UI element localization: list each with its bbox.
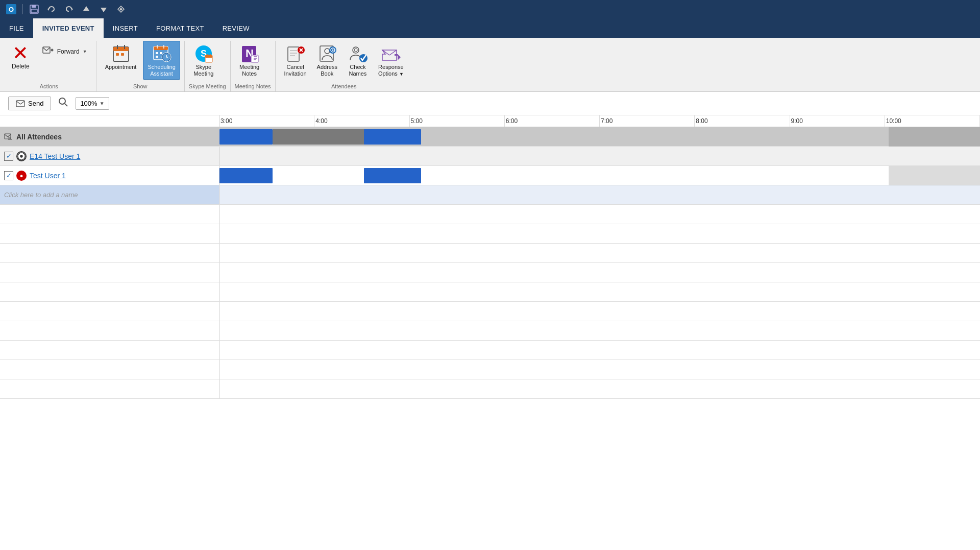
forward-button[interactable]: Forward ▼ — [37, 43, 92, 60]
empty-row-2 — [0, 224, 980, 244]
zoom-selector[interactable]: 100% ▼ — [76, 97, 109, 110]
check-names-icon — [348, 43, 368, 64]
empty-row-9 — [0, 360, 980, 379]
appointment-button[interactable]: Appointment — [101, 41, 141, 73]
forward-dropdown-icon[interactable]: ▼ — [83, 49, 87, 54]
test-busy-1 — [219, 168, 273, 183]
empty-timeline-7 — [219, 321, 980, 340]
test-checkbox[interactable]: ✓ — [4, 171, 13, 180]
move-up-qa-button[interactable] — [79, 2, 93, 16]
attendee-e14-cell: ✓ E14 Test User 1 — [0, 147, 219, 165]
tab-review[interactable]: REVIEW — [213, 18, 259, 38]
empty-row-4 — [0, 263, 980, 282]
svg-rect-19 — [121, 53, 124, 56]
move-down-qa-button[interactable] — [96, 2, 111, 16]
time-header-400: 4:00 — [314, 115, 409, 127]
empty-cell-4 — [0, 263, 219, 282]
appointment-icon — [111, 43, 131, 64]
empty-cell-1 — [0, 205, 219, 224]
all-attendees-icon — [4, 132, 13, 141]
svg-rect-11 — [43, 47, 50, 53]
empty-timeline-1 — [219, 205, 980, 224]
scheduling-assistant-button[interactable]: SchedulingAssistant — [143, 41, 180, 80]
check-names-button[interactable]: Check Names — [343, 41, 373, 80]
quick-access-toolbar: O — [0, 0, 980, 18]
send-button[interactable]: Send — [8, 97, 51, 110]
svg-line-64 — [65, 104, 67, 106]
time-header-300: 3:00 — [219, 115, 314, 127]
svg-marker-10 — [119, 8, 122, 11]
address-book-icon — [317, 43, 337, 64]
empty-timeline-8 — [219, 341, 980, 360]
e14-timeline — [219, 147, 980, 165]
redo-qa-button[interactable] — [62, 2, 76, 16]
e14-checkbox[interactable]: ✓ — [4, 152, 13, 161]
empty-timeline-2 — [219, 224, 980, 243]
all-attendees-label: All Attendees — [16, 133, 62, 141]
svg-marker-7 — [83, 6, 89, 11]
empty-timeline-3 — [219, 244, 980, 262]
undo-qa-button[interactable] — [44, 2, 59, 16]
cancel-invitation-button[interactable]: Cancel Invitation — [280, 41, 311, 80]
tab-format-text[interactable]: FORMAT TEXT — [147, 18, 213, 38]
address-book-button[interactable]: Address Book — [312, 41, 342, 80]
save-qa-button[interactable] — [27, 2, 41, 16]
add-name-cell[interactable]: Click here to add a name — [0, 185, 219, 204]
delete-button[interactable]: ✕ Delete — [6, 41, 35, 73]
skype-meeting-button[interactable]: S Skype Meeting — [189, 41, 218, 80]
busy-block-all-1 — [219, 129, 273, 145]
svg-marker-12 — [51, 49, 54, 50]
time-header-800: 8:00 — [695, 115, 790, 127]
test-gray-right — [889, 166, 980, 185]
all-attendees-gray-right — [889, 127, 980, 147]
e14-status-icon — [16, 151, 27, 161]
svg-rect-34 — [205, 55, 212, 58]
e14-name[interactable]: E14 Test User 1 — [30, 152, 80, 160]
svg-point-57 — [354, 49, 357, 52]
svg-rect-43 — [288, 47, 299, 61]
svg-rect-39 — [251, 55, 258, 62]
test-busy-2 — [364, 168, 421, 183]
add-name-timeline — [219, 185, 980, 204]
svg-marker-8 — [101, 8, 107, 12]
svg-rect-18 — [116, 53, 119, 56]
svg-marker-61 — [395, 54, 401, 60]
meeting-notes-icon: N — [239, 43, 260, 64]
tab-file[interactable]: FILE — [0, 18, 33, 38]
attendee-e14-row: ✓ E14 Test User 1 — [0, 147, 980, 166]
tab-insert[interactable]: INSERT — [104, 18, 147, 38]
svg-point-63 — [59, 98, 65, 104]
empty-row-6 — [0, 302, 980, 321]
empty-timeline-6 — [219, 302, 980, 321]
skype-icon: S — [193, 43, 214, 64]
send-icon — [16, 100, 25, 107]
svg-rect-21 — [154, 46, 168, 50]
time-header-1000: 10:00 — [885, 115, 980, 127]
response-options-button[interactable]: ResponseOptions ▼ — [374, 41, 408, 80]
zoom-dropdown-icon: ▼ — [100, 101, 105, 106]
empty-cell-5 — [0, 282, 219, 301]
search-icon — [58, 97, 68, 107]
ribbon-content: ✕ Delete Forward ▼ — [0, 38, 980, 92]
test-status-icon: ● — [16, 171, 27, 181]
all-attendees-row: All Attendees — [0, 127, 980, 147]
search-button[interactable] — [56, 95, 70, 112]
more-qa-button[interactable] — [114, 2, 128, 16]
time-header-500: 5:00 — [410, 115, 505, 127]
empty-row-3 — [0, 244, 980, 263]
test-name[interactable]: Test User 1 — [30, 172, 66, 180]
empty-row-5 — [0, 282, 980, 302]
svg-rect-3 — [32, 5, 36, 8]
empty-timeline-10 — [219, 379, 980, 398]
svg-rect-15 — [113, 47, 129, 51]
add-name-row[interactable]: Click here to add a name — [0, 185, 980, 205]
svg-text:O: O — [9, 6, 14, 13]
meeting-notes-button[interactable]: N Meeting Notes — [235, 41, 264, 80]
empty-timeline-5 — [219, 282, 980, 301]
empty-cell-9 — [0, 360, 219, 379]
all-attendees-timeline — [219, 127, 980, 146]
add-name-placeholder[interactable]: Click here to add a name — [4, 191, 78, 199]
tab-invited-event[interactable]: INVITED EVENT — [33, 18, 104, 38]
empty-cell-6 — [0, 302, 219, 321]
time-header-row: 3:00 4:00 5:00 6:00 7:00 8:00 9:00 10:00 — [0, 115, 980, 127]
